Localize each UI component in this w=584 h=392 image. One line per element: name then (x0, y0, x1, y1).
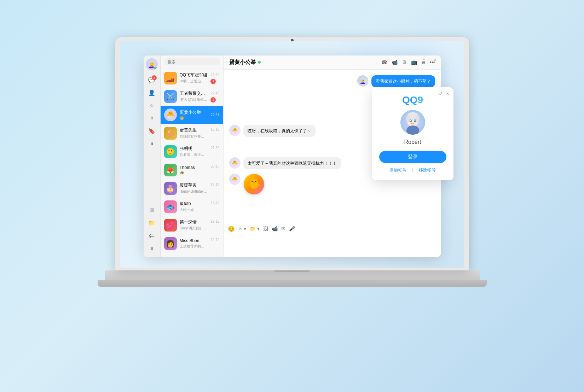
chat-info: 蛋黄小公举 😊 (180, 110, 208, 120)
laptop-bottom (98, 280, 487, 287)
message-avatar: 🐣 (229, 125, 241, 136)
message-bubble: 太可爱了～我真的对这种猫咪笔无抵抗力！！！ (243, 157, 341, 169)
chat-item[interactable]: 👩 Miss Shen 上次推荐你的电影看了吗？ 12-12 (161, 234, 223, 253)
svg-point-7 (410, 120, 411, 121)
chat-item[interactable]: 🦊 Thomas 🐢 20:15 (161, 161, 223, 179)
popup-links: 添加帐号 | 移除帐号 (389, 167, 436, 173)
chat-badge: 3 (152, 75, 157, 80)
mail-icon: ✉ (150, 207, 154, 213)
folder-btn[interactable]: 📁 ▾ (250, 226, 260, 232)
chat-info: 蛋黄先生 吃晚的篮球赛那个绝杀太精… (180, 127, 208, 139)
sidebar-item-folder[interactable]: 📁 (146, 217, 157, 229)
chat-preview: Happy Birthday，my bro (180, 189, 208, 194)
chat-time: 12-12 (210, 183, 220, 187)
chat-preview: 冲啊，进近追踪，马上可以… (180, 79, 208, 84)
video-btn[interactable]: 📹 (272, 226, 278, 232)
chat-name: 蛋黄小公举 (180, 110, 208, 116)
message-bubble: 看我家猫这小眼神，萌不萌？ (371, 75, 435, 87)
image-btn[interactable]: 🖼 (263, 226, 268, 232)
chat-info: Thomas 🐢 (180, 165, 208, 175)
chat-item[interactable]: 💕 第一深情 Okey,明天我们一起去 12-12 (161, 216, 223, 234)
chat-preview: 上次推荐你的电影看了吗？ (180, 244, 208, 249)
sidebar-item-bookmark[interactable]: 🔖 (146, 125, 157, 137)
message-input[interactable] (228, 235, 436, 253)
sidebar-item-group[interactable]: # (146, 113, 157, 124)
message-sticker: 🐥 (243, 174, 265, 195)
chat-list-panel: ＋ 🏎️ QQ飞车冠军组 冲啊，进近追踪，马上可以… 23:64 (161, 55, 224, 257)
message-bubble: 哎呀，在线吸猫，真的太快了了～ (243, 125, 316, 137)
chat-time: 12-12 (210, 238, 220, 242)
remove-account-link[interactable]: 移除帐号 (419, 167, 436, 173)
sidebar-item-contacts[interactable]: 👤 (146, 87, 157, 99)
laptop-wrapper: － □ × 👩‍🦳 💬 3 👤 (98, 37, 487, 355)
message-avatar: 🐣 (229, 157, 241, 169)
maximize-btn[interactable]: □ (427, 58, 433, 62)
sidebar-icons: 👩‍🦳 💬 3 👤 ☆ # (144, 55, 161, 257)
chat-name: Thomas (180, 165, 208, 170)
popup-user-avatar (400, 110, 425, 135)
chat-preview: 🐢 (180, 171, 208, 175)
chat-time: 12-12 (210, 220, 220, 223)
group-icon: # (150, 116, 153, 121)
chat-avatar: 🐟 (164, 200, 177, 213)
chat-item[interactable]: 🥚 蛋黄先生 吃晚的篮球赛那个绝杀太精… 15:12 (161, 124, 223, 142)
mic-btn[interactable]: 🎤 (289, 226, 295, 232)
chat-item[interactable]: 🐟 鱼toto 大吃一桌 12-12 (161, 198, 223, 216)
add-account-link[interactable]: 添加帐号 (389, 167, 406, 173)
chat-item[interactable]: 🙂 张明明 你看着，保证你也会笑出声 21:30 (161, 142, 223, 161)
chat-info: 王者荣耀交流群 [有人@我] 偷偷向：@Robe… (180, 90, 208, 102)
bookmark-icon: 🔖 (148, 128, 155, 134)
chat-time: 22:31 (210, 113, 219, 117)
chat-preview: 你看着，保证你也会笑出声 (180, 152, 208, 157)
sidebar-item-chat[interactable]: 💬 3 (146, 75, 157, 86)
shield-icon[interactable]: 🛡 (438, 91, 442, 96)
laptop-screen-bezel: － □ × 👩‍🦳 💬 3 👤 (115, 37, 469, 270)
chat-info: Miss Shen 上次推荐你的电影看了吗？ (180, 238, 208, 249)
window-title-bar: － □ × (144, 55, 441, 64)
chat-avatar: ⚔️ (164, 90, 177, 103)
chat-preview: 😊 (180, 116, 208, 120)
emoji-btn[interactable]: 😊 (228, 226, 235, 232)
grid-icon: ⠿ (150, 141, 153, 146)
chat-time: 20:15 (210, 164, 219, 168)
chat-avatar: 🎂 (164, 182, 177, 195)
chat-preview: Okey,明天我们一起去 (180, 226, 208, 231)
sidebar-item-grid[interactable]: ⠿ (146, 138, 157, 150)
chat-name: 王者荣耀交流群 (180, 90, 208, 96)
chat-avatar: 🙂 (164, 145, 177, 158)
chat-info: 张明明 你看着，保证你也会笑出声 (180, 146, 208, 157)
envelope-btn[interactable]: ✉ (281, 226, 285, 232)
laptop-screen: － □ × 👩‍🦳 💬 3 👤 (120, 41, 464, 268)
chat-item[interactable]: ⚔️ 王者荣耀交流群 [有人@我] 偷偷向：@Robe… 22:45 2 (161, 87, 223, 106)
message-avatar: 👩‍🦳 (357, 75, 369, 87)
chat-info: 第一深情 Okey,明天我们一起去 (180, 219, 208, 231)
sidebar-item-star[interactable]: ☆ (146, 100, 157, 111)
svg-point-8 (414, 120, 415, 121)
sidebar-item-tag[interactable]: 🏷 (146, 230, 157, 241)
chat-avatar: 👩 (164, 237, 177, 250)
message-avatar: 🐣 (229, 174, 241, 185)
popup-close-btn[interactable]: × (446, 91, 449, 96)
chat-time: 12-12 (210, 201, 220, 205)
close-btn[interactable]: × (433, 58, 438, 62)
login-button[interactable]: 登录 (379, 151, 446, 163)
login-popup: 🛡 × QQ9 (372, 87, 453, 180)
scissors-btn[interactable]: ✂ ▾ (238, 226, 247, 232)
chat-avatar: 🥚 (164, 127, 177, 140)
chat-preview: 大吃一桌 (180, 207, 208, 212)
chat-name: 蛋黄先生 (180, 127, 208, 133)
sidebar-item-menu[interactable]: ≡ (146, 243, 157, 254)
chat-item-active[interactable]: 🐣 蛋黄小公举 😊 22:31 (161, 106, 223, 124)
chat-name: QQ飞车冠军组 (180, 72, 208, 78)
sidebar-item-mail[interactable]: ✉ (146, 205, 157, 216)
chat-item[interactable]: 🏎️ QQ飞车冠军组 冲啊，进近追踪，马上可以… 23:64 1 (161, 69, 223, 87)
popup-username: Robert (404, 139, 421, 145)
chat-avatar: 🦊 (164, 164, 177, 176)
chat-info: 暖暖芋圆 Happy Birthday，my bro (180, 182, 208, 194)
chat-info: 鱼toto 大吃一桌 (180, 201, 208, 212)
chat-name: 第一深情 (180, 219, 208, 225)
chat-name: 鱼toto (180, 201, 208, 207)
input-toolbar: 😊 ✂ ▾ 📁 ▾ 🖼 📹 ✉ 🎤 (228, 224, 436, 235)
chat-item[interactable]: 🎂 暖暖芋圆 Happy Birthday，my bro 12-12 (161, 179, 223, 198)
minimize-btn[interactable]: － (421, 57, 427, 62)
